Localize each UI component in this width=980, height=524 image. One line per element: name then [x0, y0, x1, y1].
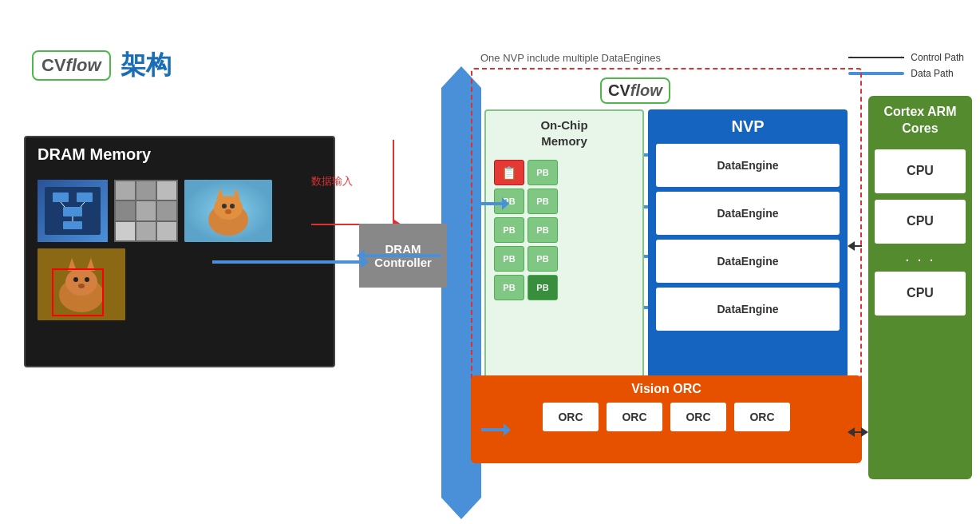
red-detection-box: [52, 268, 104, 316]
cortex-arm-block: Cortex ARM Cores CPU CPU · · · CPU: [868, 96, 972, 479]
pb-row-3: PB PB: [494, 217, 634, 243]
h-arrow-dram-to-arrow: [363, 254, 441, 257]
dram-memory-title: DRAM Memory: [26, 137, 334, 172]
orc-2: ORC: [607, 403, 662, 431]
legend-control-path: ← → Control Path: [848, 52, 964, 63]
data-engine-1: DataEngine: [656, 144, 840, 187]
pb-row-1: 📋 PB: [494, 160, 634, 185]
vision-orc-block: Vision ORC ORC ORC ORC ORC: [471, 375, 862, 463]
cpu-box-1: CPU: [875, 149, 966, 193]
vision-orc-title: Vision ORC: [483, 382, 850, 396]
dram-image-grid: [114, 180, 178, 242]
nvp-blue-block: NVP DataEngine DataEngine DataEngine Dat…: [648, 109, 848, 381]
h-arrow-arrow-to-dram: [212, 260, 362, 264]
nvp-title: NVP: [656, 117, 840, 144]
nvp-outer-box: One NVP include multiple DataEngines CVf…: [471, 68, 862, 403]
orc-1: ORC: [543, 403, 599, 431]
svg-point-15: [225, 209, 231, 214]
red-vertical-line: [393, 140, 394, 226]
svg-point-13: [222, 204, 227, 208]
pb-row-5: PB PB: [494, 275, 634, 300]
cpu-box-2: CPU: [875, 200, 966, 244]
orc-row: ORC ORC ORC ORC: [483, 403, 850, 431]
pb-block-4a: PB: [494, 246, 524, 272]
pb-row-2: PB PB: [494, 189, 634, 214]
orc-4: ORC: [734, 403, 790, 431]
connector-to-onchip: [481, 202, 504, 205]
pb-block-2a: PB: [494, 189, 524, 214]
ctrl-arrow-de: [854, 245, 862, 247]
svg-point-14: [230, 204, 235, 208]
title-chinese: 架构: [121, 48, 172, 83]
data-engine-4: DataEngine: [656, 288, 840, 331]
cpu-box-3: CPU: [875, 272, 966, 316]
ctrl-arrow-orc: [854, 431, 862, 433]
pb-block-5b: PB: [528, 275, 558, 300]
dram-memory-block: DRAM Memory: [24, 136, 335, 367]
dram-image-cat2: [38, 248, 125, 320]
pb-block-4b: PB: [528, 246, 558, 272]
cvflow-logo: CVflow: [32, 50, 111, 81]
svg-rect-4: [63, 221, 82, 229]
pb-block-2b: PB: [528, 189, 558, 214]
data-engine-3: DataEngine: [656, 240, 840, 283]
data-input-label: 数据输入: [311, 174, 353, 189]
dram-image-cat1: [184, 180, 272, 242]
pb-block-3b: PB: [528, 217, 558, 243]
onchip-title: On-Chip Memory: [486, 111, 642, 155]
cvflow-inner-logo: CVflow: [600, 77, 670, 104]
dram-image-flow: [38, 180, 108, 242]
onchip-memory-block: On-Chip Memory 📋 PB PB PB PB PB PB PB: [484, 109, 644, 381]
pb-row-4: PB PB: [494, 246, 634, 272]
pb-grid: 📋 PB PB PB PB PB PB PB PB PB: [486, 155, 642, 305]
cortex-arm-title: Cortex ARM Cores: [875, 104, 966, 137]
svg-rect-2: [77, 193, 93, 202]
svg-rect-1: [53, 193, 69, 202]
connector-to-orc: [481, 428, 505, 431]
legend-data-path: Data Path: [848, 68, 964, 79]
title-area: CVflow 架构: [32, 48, 172, 83]
big-arrow-down-tip: [441, 498, 481, 519]
pb-block-5a: PB: [494, 275, 524, 300]
pb-block-1: PB: [528, 160, 558, 185]
legend: ← → Control Path Data Path: [848, 52, 964, 79]
nvp-outer-label: One NVP include multiple DataEngines: [480, 52, 661, 64]
orc-3: ORC: [670, 403, 726, 431]
pb-block-3a: PB: [494, 217, 524, 243]
svg-rect-3: [63, 207, 82, 216]
data-engine-2: DataEngine: [656, 192, 840, 235]
cpu-dots: · · ·: [875, 250, 966, 268]
dram-images: [26, 172, 334, 328]
pb-book-icon: 📋: [494, 160, 524, 185]
